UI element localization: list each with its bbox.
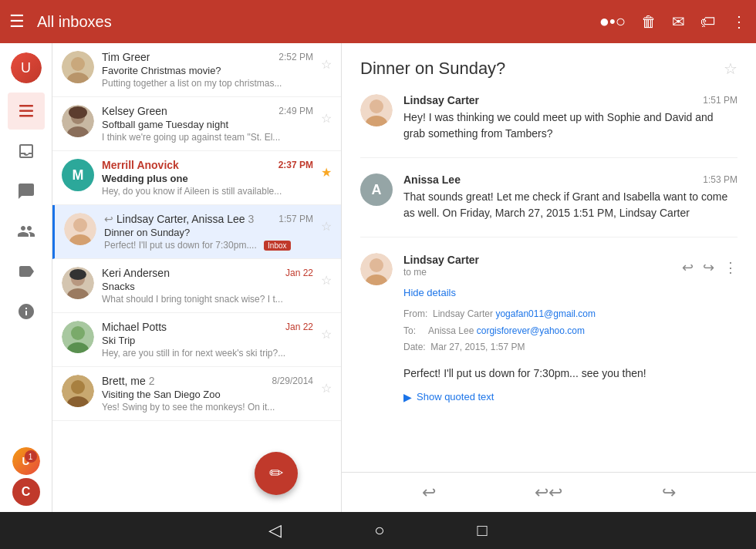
bottom-reply-all-icon[interactable]: ↩↩	[535, 483, 562, 503]
sidebar-user-photo[interactable]: U 1	[12, 447, 40, 475]
detail-star-icon[interactable]: ☆	[724, 59, 737, 78]
hide-details-link[interactable]: Hide details	[403, 287, 456, 298]
more-msg-icon[interactable]: ⋮	[724, 259, 737, 276]
star-kelsey-green[interactable]: ☆	[321, 111, 332, 126]
sidebar-item-labels[interactable]	[8, 253, 45, 290]
svg-point-24	[370, 99, 383, 113]
msg2-avatar: A	[360, 173, 393, 206]
msg1-time: 1:51 PM	[703, 95, 737, 106]
email-detail: Dinner on Sunday? ☆ Lindsay Carter 1:51 …	[342, 43, 756, 512]
sidebar-item-people[interactable]	[8, 213, 45, 250]
sender-tim-greer: Tim Greer	[102, 51, 150, 63]
svg-rect-2	[19, 115, 33, 117]
message-2: A Anissa Lee 1:53 PM That sounds great! …	[360, 173, 737, 237]
sender-merrill-anovick: Merrill Anovick	[102, 159, 179, 171]
time-michael-potts: Jan 22	[285, 322, 313, 332]
msg1-content: Lindsay Carter 1:51 PM Hey! I was thinki…	[403, 94, 737, 142]
msg2-content: Anissa Lee 1:53 PM That sounds great! Le…	[403, 173, 737, 221]
email-item-kelsey-green[interactable]: Kelsey Green 2:49 PM Softball game Tuesd…	[52, 97, 341, 151]
date-label: Date:	[403, 342, 430, 352]
email-content-brett-me: Brett, me 2 8/29/2014 Visiting the San D…	[102, 375, 313, 413]
sidebar-item-all-inboxes[interactable]	[8, 93, 45, 130]
msg3-header: Lindsay Carter to me ↩ ↪ ⋮	[403, 253, 737, 282]
label-icon[interactable]: 🏷	[700, 13, 716, 31]
preview-kelsey-green: I think we're going up against team "St.…	[102, 132, 313, 143]
star-merrill-anovick[interactable]: ★	[321, 165, 332, 180]
reply-icon[interactable]: ↩	[682, 259, 694, 276]
back-nav-icon[interactable]: ◁	[268, 520, 282, 541]
email-list: Tim Greer 2:52 PM Favorite Christmas mov…	[52, 43, 342, 512]
sidebar-item-inbox[interactable]	[8, 133, 45, 170]
preview-brett-me: Yes! Swing by to see the monkeys! On it.…	[102, 402, 313, 413]
avatar-michael-potts	[62, 321, 94, 353]
show-quoted-label: Show quoted text	[417, 391, 494, 402]
msg2-time: 1:53 PM	[703, 174, 737, 185]
sidebar-item-chat[interactable]	[8, 173, 45, 210]
to-label: To:	[403, 325, 428, 336]
avatar-tim-greer	[62, 51, 94, 83]
bottom-navigation: ◁ ○ □	[0, 512, 756, 549]
svg-point-18	[71, 326, 85, 340]
time-kelsey-green: 2:49 PM	[278, 106, 313, 116]
home-nav-icon[interactable]: ○	[374, 520, 384, 541]
email-content-keri-andersen: Keri Andersen Jan 22 Snacks What should …	[102, 267, 313, 305]
user-avatar[interactable]: U	[11, 52, 42, 83]
star-brett-me[interactable]: ☆	[321, 381, 332, 396]
email-item-brett-me[interactable]: Brett, me 2 8/29/2014 Visiting the San D…	[52, 367, 341, 421]
email-item-tim-greer[interactable]: Tim Greer 2:52 PM Favorite Christmas mov…	[52, 43, 341, 97]
sidebar-user-avatar-c[interactable]: C	[12, 478, 40, 506]
email-item-keri-andersen[interactable]: Keri Andersen Jan 22 Snacks What should …	[52, 259, 341, 313]
sender-michael-potts: Michael Potts	[102, 321, 167, 333]
email-item-michael-potts[interactable]: Michael Potts Jan 22 Ski Trip Hey, are y…	[52, 313, 341, 367]
sender-kelsey-green: Kelsey Green	[102, 105, 167, 117]
star-keri-andersen[interactable]: ☆	[321, 273, 332, 288]
forward-icon[interactable]: ↪	[703, 259, 714, 276]
sidebar-item-info[interactable]	[8, 293, 45, 330]
date-value: Mar 27, 2015, 1:57 PM	[430, 342, 525, 352]
svg-point-11	[73, 218, 87, 232]
bottom-user-area: U 1 C	[12, 444, 40, 506]
msg3-actions: ↩ ↪ ⋮	[682, 259, 737, 276]
compose-icon: ✏	[269, 463, 283, 483]
detail-subject-row: Dinner on Sunday? ☆	[360, 59, 737, 79]
email-item-merrill-anovick[interactable]: M Merrill Anovick 2:37 PM Wedding plus o…	[52, 151, 341, 205]
msg3-meta: From: Lindsay Carter yogafan011@gmail.co…	[403, 306, 737, 356]
menu-icon[interactable]: ☰	[9, 12, 25, 32]
time-keri-andersen: Jan 22	[285, 268, 313, 278]
bottom-forward-icon[interactable]: ↪	[662, 483, 676, 503]
sender-lindsay-thread: ↩Lindsay Carter, Anissa Lee 3	[104, 213, 254, 225]
email-item-lindsay-thread[interactable]: ↩Lindsay Carter, Anissa Lee 3 1:57 PM Di…	[52, 205, 341, 259]
time-merrill-anovick: 2:37 PM	[278, 160, 313, 170]
reply-arrow-icon: ↩	[104, 213, 113, 225]
svg-point-16	[69, 269, 86, 280]
svg-point-21	[71, 380, 85, 394]
avatar-merrill-anovick: M	[62, 159, 94, 191]
email-content-merrill-anovick: Merrill Anovick 2:37 PM Wedding plus one…	[102, 159, 313, 197]
subject-brett-me: Visiting the San Diego Zoo	[102, 389, 313, 400]
svg-point-27	[370, 258, 383, 272]
bottom-reply-icon[interactable]: ↩	[422, 483, 436, 503]
main-layout: U U 1 C	[0, 43, 756, 512]
star-lindsay-thread[interactable]: ☆	[321, 219, 332, 234]
star-michael-potts[interactable]: ☆	[321, 327, 332, 342]
to-email: corgisforever@yahoo.com	[477, 325, 585, 336]
msg3-avatar	[360, 253, 393, 285]
svg-point-4	[71, 57, 85, 71]
avatar-lindsay-thread	[64, 213, 96, 245]
detail-subject-text: Dinner on Sunday?	[360, 59, 505, 79]
compose-fab[interactable]: ✏	[255, 452, 298, 495]
archive-icon[interactable]: ✉	[672, 12, 685, 31]
msg1-body: Hey! I was thinking we could meet up wit…	[403, 109, 737, 142]
subject-merrill-anovick: Wedding plus one	[102, 173, 313, 184]
more-icon[interactable]: ⋮	[731, 12, 747, 31]
subject-kelsey-green: Softball game Tuesday night	[102, 119, 313, 130]
show-quoted-button[interactable]: ▶ Show quoted text	[403, 391, 737, 403]
sidebar: U U 1 C	[0, 43, 52, 512]
delete-icon[interactable]: 🗑	[641, 13, 656, 31]
search-icon[interactable]: ●•○	[599, 12, 626, 32]
detail-bottom-bar: ↩ ↩↩ ↪	[342, 472, 756, 512]
avatar-keri-andersen	[62, 267, 94, 299]
header-actions: 🗑 ✉ 🏷 ⋮	[641, 12, 747, 31]
star-tim-greer[interactable]: ☆	[321, 57, 332, 72]
recents-nav-icon[interactable]: □	[478, 520, 488, 541]
